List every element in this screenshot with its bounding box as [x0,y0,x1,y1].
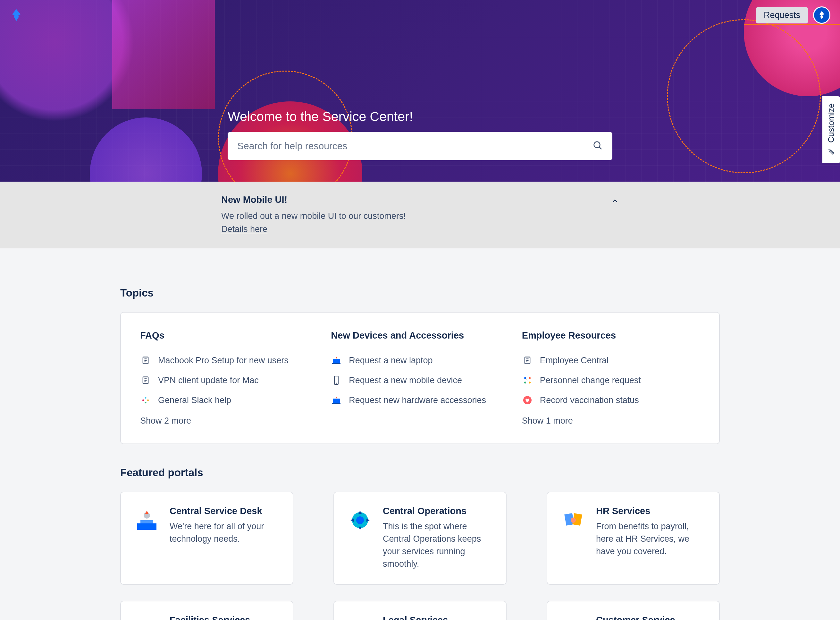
legal-icon [346,615,375,620]
customize-label: Customize [826,103,836,143]
portal-card[interactable]: Legal Services Have a question for Legal… [333,601,507,620]
hr-icon [559,506,588,535]
topic-item[interactable]: VPN client update for Mac [140,370,318,390]
topic-item[interactable]: Request new hardware accessories [331,390,509,410]
announcement-link[interactable]: Details here [221,224,267,234]
chevron-up-icon[interactable] [611,197,619,206]
svg-point-34 [356,516,364,524]
portal-desc: From benefits to payroll, here at HR Ser… [596,520,708,558]
svg-rect-31 [140,520,153,524]
portal-card[interactable]: Facilities Services From parties to main… [120,601,293,620]
document-icon [522,355,533,366]
topic-col-heading: FAQs [140,330,318,341]
topic-item-label: Request new hardware accessories [349,395,486,405]
dots-icon [522,375,533,386]
portal-title: Customer Service [596,615,708,620]
topic-item-label: Employee Central [540,355,609,366]
topic-item-label: General Slack help [158,395,231,405]
svg-rect-14 [333,359,340,363]
operations-icon [346,506,375,535]
laptop-icon [331,355,342,366]
laptop-icon [331,395,342,406]
topic-col-heading: Employee Resources [522,330,700,341]
topic-item[interactable]: Request a new mobile device [331,370,509,390]
portals-grid: Central Service Desk We're here for all … [120,492,720,620]
topic-item-label: VPN client update for Mac [158,375,259,385]
heart-icon [522,395,533,406]
topic-item[interactable]: Request a new laptop [331,351,509,370]
phone-icon [331,375,342,386]
svg-rect-10 [142,400,144,401]
svg-rect-18 [333,399,340,403]
topics-card: FAQs Macbook Pro Setup for new users VPN… [120,312,720,444]
portal-title: Central Operations [383,506,494,516]
portal-desc: We're here for all of your technology ne… [170,520,281,545]
topics-heading: Topics [120,287,720,299]
portal-card[interactable]: Central Service Desk We're here for all … [120,492,293,585]
announcement-body: We rolled out a new mobile UI to our cus… [221,209,619,236]
svg-rect-15 [332,363,340,364]
topic-item[interactable]: Personnel change request [522,370,700,390]
search-input[interactable] [237,141,592,152]
announcement-title: New Mobile UI! [221,194,619,205]
svg-rect-19 [332,403,340,404]
portal-desc: This is the spot where Central Operation… [383,520,494,570]
requests-button[interactable]: Requests [756,7,808,23]
portal-title: Central Service Desk [170,506,281,516]
svg-point-37 [571,518,576,523]
slack-icon [140,395,151,406]
portal-card[interactable]: Central Operations This is the spot wher… [333,492,507,585]
svg-rect-12 [147,400,149,401]
topic-item[interactable]: Macbook Pro Setup for new users [140,351,318,370]
portal-card[interactable]: HR Services From benefits to payroll, he… [547,492,720,585]
topic-item-label: Record vaccination status [540,395,639,405]
pencil-icon: ✎ [826,147,836,156]
app-logo-icon[interactable] [10,8,23,22]
portal-title: Facilities Services [170,615,281,620]
customer-icon [559,615,588,620]
search-container [228,132,612,160]
user-avatar[interactable] [813,6,830,24]
show-more-link[interactable]: Show 1 more [522,416,700,426]
svg-point-0 [594,142,600,148]
topic-item[interactable]: General Slack help [140,390,318,410]
topic-item[interactable]: Employee Central [522,351,700,370]
svg-point-26 [524,382,526,384]
svg-rect-30 [137,524,156,530]
svg-point-17 [336,383,337,384]
svg-point-25 [529,377,531,379]
show-more-link[interactable]: Show 2 more [140,416,318,426]
topic-item-label: Macbook Pro Setup for new users [158,355,288,366]
customize-tab[interactable]: ✎ Customize [822,96,840,163]
service-desk-icon [132,506,161,535]
svg-rect-13 [145,402,147,403]
topic-item-label: Request a new mobile device [349,375,462,385]
topic-item-label: Personnel change request [540,375,641,385]
portal-card[interactable]: Customer Service Thank you for being our… [547,601,720,620]
hero-banner: Requests Welcome to the Service Center! [0,0,840,182]
topic-item[interactable]: Record vaccination status [522,390,700,410]
svg-line-1 [599,147,602,149]
svg-rect-11 [145,397,147,399]
topic-item-label: Request a new laptop [349,355,432,366]
facilities-icon [132,615,161,620]
hero-title: Welcome to the Service Center! [228,109,612,124]
topic-col-heading: New Devices and Accessories [331,330,509,341]
document-icon [140,355,151,366]
portals-heading: Featured portals [120,467,720,479]
announcement-banner: New Mobile UI! We rolled out a new mobil… [0,182,840,248]
portal-title: HR Services [596,506,708,516]
document-icon [140,375,151,386]
portal-title: Legal Services [383,615,494,620]
search-icon[interactable] [592,140,603,152]
